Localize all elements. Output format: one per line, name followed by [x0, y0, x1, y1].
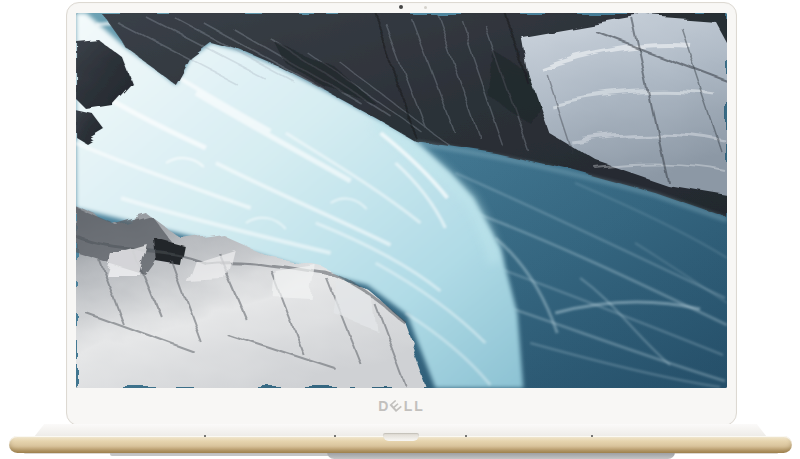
wallpaper-image [76, 13, 727, 388]
lid-lift-notch [383, 433, 419, 441]
webcam-icon [399, 5, 403, 9]
deck-dot-icon [334, 435, 336, 437]
dell-logo: DELL [66, 398, 737, 414]
deck-dot-icon [204, 435, 206, 437]
logo-letter-l2: L [414, 399, 425, 413]
logo-letter-l1: L [404, 399, 415, 413]
base-shadow-bulge [327, 452, 675, 459]
deck-dot-icon [465, 435, 467, 437]
laptop-product-photo: DELL [0, 0, 800, 459]
laptop-screen [76, 13, 727, 388]
deck-dot-icon [591, 435, 593, 437]
ambient-sensor-icon [424, 6, 427, 9]
